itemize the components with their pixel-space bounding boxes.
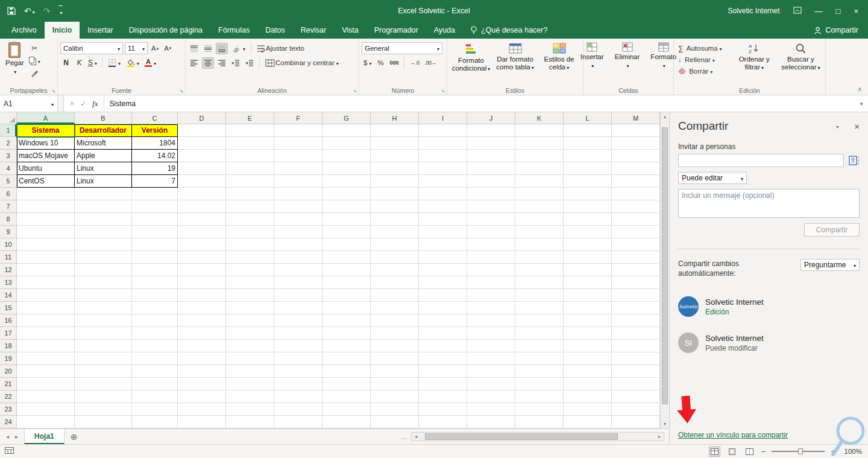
cell-M9[interactable] bbox=[612, 226, 660, 238]
cell-G9[interactable] bbox=[322, 226, 371, 238]
cell-G21[interactable] bbox=[322, 378, 371, 390]
number-format-combobox[interactable]: General bbox=[362, 42, 442, 54]
cell-E14[interactable] bbox=[226, 289, 274, 302]
macro-record-button[interactable] bbox=[5, 447, 14, 456]
row-header-11[interactable]: 11 bbox=[0, 251, 17, 264]
save-button[interactable] bbox=[7, 7, 16, 15]
increase-decimal-button[interactable]: ←.0 bbox=[408, 57, 421, 69]
increase-indent-button[interactable] bbox=[244, 57, 256, 69]
cell-F8[interactable] bbox=[274, 213, 322, 226]
row-header-2[interactable]: 2 bbox=[0, 137, 17, 150]
cell-K24[interactable] bbox=[515, 416, 564, 428]
cell-D13[interactable] bbox=[178, 276, 226, 289]
cell-A8[interactable] bbox=[17, 213, 75, 226]
cell-A1[interactable]: Sistema bbox=[17, 124, 75, 137]
cell-D19[interactable] bbox=[178, 352, 226, 365]
cell-L5[interactable] bbox=[564, 175, 612, 188]
cell-C8[interactable] bbox=[132, 213, 178, 226]
cell-M3[interactable] bbox=[612, 150, 660, 162]
cell-A18[interactable] bbox=[17, 340, 75, 352]
row-header-8[interactable]: 8 bbox=[0, 213, 17, 226]
zoom-slider[interactable] bbox=[772, 448, 825, 454]
cell-A13[interactable] bbox=[17, 276, 75, 289]
cell-B12[interactable] bbox=[75, 264, 132, 276]
cell-D23[interactable] bbox=[178, 403, 226, 416]
new-sheet-button[interactable]: ⊕ bbox=[64, 429, 84, 444]
comma-format-button[interactable]: 000 bbox=[388, 57, 400, 69]
column-header-L[interactable]: L bbox=[564, 112, 612, 124]
cell-G20[interactable] bbox=[322, 365, 371, 378]
scroll-up-button[interactable]: ▴ bbox=[661, 112, 669, 121]
cell-A6[interactable] bbox=[17, 188, 75, 200]
cell-H10[interactable] bbox=[371, 238, 419, 251]
cell-I21[interactable] bbox=[419, 378, 467, 390]
cell-H4[interactable] bbox=[371, 162, 419, 175]
cell-L15[interactable] bbox=[564, 302, 612, 314]
cell-C5[interactable]: 7 bbox=[132, 175, 178, 188]
cell-J2[interactable] bbox=[467, 137, 515, 150]
cell-I19[interactable] bbox=[419, 352, 467, 365]
cell-H3[interactable] bbox=[371, 150, 419, 162]
fill-color-button[interactable] bbox=[124, 57, 141, 69]
cell-E20[interactable] bbox=[226, 365, 274, 378]
cell-I2[interactable] bbox=[419, 137, 467, 150]
cell-K18[interactable] bbox=[515, 340, 564, 352]
italic-button[interactable]: K bbox=[74, 57, 85, 69]
cell-J21[interactable] bbox=[467, 378, 515, 390]
cell-J10[interactable] bbox=[467, 238, 515, 251]
row-header-12[interactable]: 12 bbox=[0, 264, 17, 276]
cell-C7[interactable] bbox=[132, 200, 178, 213]
close-button[interactable]: × bbox=[854, 7, 858, 16]
cell-L8[interactable] bbox=[564, 213, 612, 226]
cell-C21[interactable] bbox=[132, 378, 178, 390]
cell-G7[interactable] bbox=[322, 200, 371, 213]
cell-M15[interactable] bbox=[612, 302, 660, 314]
cell-F13[interactable] bbox=[274, 276, 322, 289]
cell-E24[interactable] bbox=[226, 416, 274, 428]
cell-E17[interactable] bbox=[226, 327, 274, 340]
cell-D15[interactable] bbox=[178, 302, 226, 314]
cell-F5[interactable] bbox=[274, 175, 322, 188]
cell-J8[interactable] bbox=[467, 213, 515, 226]
cell-B7[interactable] bbox=[75, 200, 132, 213]
cell-H14[interactable] bbox=[371, 289, 419, 302]
cell-A3[interactable]: macOS Mojave bbox=[17, 150, 75, 162]
cell-F19[interactable] bbox=[274, 352, 322, 365]
cell-M23[interactable] bbox=[612, 403, 660, 416]
cell-J17[interactable] bbox=[467, 327, 515, 340]
cell-D3[interactable] bbox=[178, 150, 226, 162]
cell-J20[interactable] bbox=[467, 365, 515, 378]
cell-D17[interactable] bbox=[178, 327, 226, 340]
column-header-G[interactable]: G bbox=[322, 112, 371, 124]
cell-J22[interactable] bbox=[467, 390, 515, 403]
row-header-14[interactable]: 14 bbox=[0, 289, 17, 302]
cell-K7[interactable] bbox=[515, 200, 564, 213]
cell-B11[interactable] bbox=[75, 251, 132, 264]
cell-I3[interactable] bbox=[419, 150, 467, 162]
cell-C14[interactable] bbox=[132, 289, 178, 302]
zoom-in-button[interactable]: + bbox=[831, 447, 835, 456]
cell-F23[interactable] bbox=[274, 403, 322, 416]
cell-K10[interactable] bbox=[515, 238, 564, 251]
cell-C2[interactable]: 1804 bbox=[132, 137, 178, 150]
align-right-button[interactable] bbox=[216, 57, 228, 69]
cell-L3[interactable] bbox=[564, 150, 612, 162]
cell-L11[interactable] bbox=[564, 251, 612, 264]
cell-D24[interactable] bbox=[178, 416, 226, 428]
increase-font-size-button[interactable]: A▴ bbox=[149, 43, 160, 54]
row-header-20[interactable]: 20 bbox=[0, 365, 17, 378]
ribbon-tab-programador[interactable]: Programador bbox=[366, 22, 426, 39]
cell-J9[interactable] bbox=[467, 226, 515, 238]
cell-A4[interactable]: Ubuntu bbox=[17, 162, 75, 175]
cell-F1[interactable] bbox=[274, 124, 322, 137]
cell-E23[interactable] bbox=[226, 403, 274, 416]
row-header-24[interactable]: 24 bbox=[0, 416, 17, 428]
cell-B17[interactable] bbox=[75, 327, 132, 340]
decrease-font-size-button[interactable]: A▾ bbox=[162, 43, 173, 54]
maximize-button[interactable]: □ bbox=[836, 7, 841, 16]
cell-C4[interactable]: 19 bbox=[132, 162, 178, 175]
borders-button[interactable] bbox=[106, 57, 122, 69]
normal-view-button[interactable] bbox=[709, 447, 720, 457]
cell-C9[interactable] bbox=[132, 226, 178, 238]
next-sheet-button[interactable]: ▸ bbox=[15, 433, 18, 440]
